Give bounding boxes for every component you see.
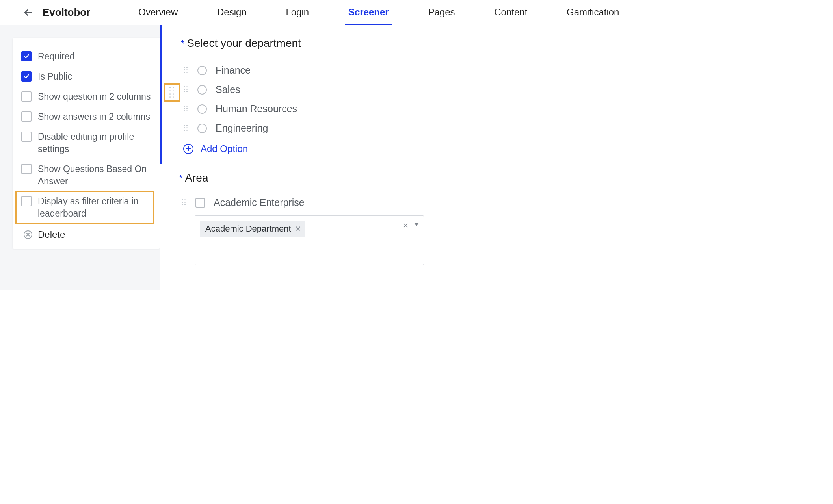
checkbox-is-public[interactable] <box>21 71 32 82</box>
tag-remove-icon[interactable]: ✕ <box>295 224 301 233</box>
tab-gamification[interactable]: Gamification <box>563 0 622 26</box>
required-star-icon: * <box>179 173 182 184</box>
drag-handle-icon[interactable] <box>184 86 189 93</box>
right-gutter <box>581 25 833 290</box>
question-title-row: * Area <box>179 172 571 184</box>
answer-label[interactable]: Sales <box>216 84 240 95</box>
answer-option[interactable]: Sales <box>181 80 571 99</box>
checkbox-leaderboard-filter[interactable] <box>21 196 32 206</box>
option-conditional-questions[interactable]: Show Questions Based On Answer <box>20 159 153 191</box>
radio-icon[interactable] <box>197 85 207 94</box>
option-is-public[interactable]: Is Public <box>20 67 153 87</box>
question-settings-panel: Required Is Public Show question in 2 co… <box>13 38 160 249</box>
tab-overview[interactable]: Overview <box>135 0 181 26</box>
top-nav: Evoltobor Overview Design Login Screener… <box>0 0 833 25</box>
drag-handle-icon[interactable] <box>182 199 187 206</box>
answer-label[interactable]: Finance <box>216 65 251 76</box>
tag-chip[interactable]: Academic Department ✕ <box>200 220 305 237</box>
checkbox-required[interactable] <box>21 51 32 61</box>
checkbox-two-col-answers[interactable] <box>21 111 32 122</box>
brand-title: Evoltobor <box>43 6 90 19</box>
checkbox-disable-editing[interactable] <box>21 132 32 142</box>
add-option-label: Add Option <box>201 143 248 154</box>
delete-label: Delete <box>38 229 65 240</box>
plus-circle-icon: + <box>183 144 193 154</box>
option-label: Required <box>38 50 74 63</box>
canvas: * Select your department Finance Sales H… <box>160 25 581 290</box>
answer-option[interactable]: Finance <box>181 61 571 80</box>
radio-icon[interactable] <box>197 104 207 114</box>
drag-handle-icon[interactable] <box>169 87 175 98</box>
add-option-button[interactable]: + Add Option <box>181 138 571 154</box>
back-arrow-icon[interactable] <box>23 7 34 18</box>
answer-label[interactable]: Human Resources <box>216 103 297 115</box>
option-two-col-answers[interactable]: Show answers in 2 columns <box>20 107 153 127</box>
option-label: Is Public <box>38 70 72 83</box>
tab-content[interactable]: Content <box>491 0 530 26</box>
area-tag-select[interactable]: Academic Department ✕ ✕ <box>195 215 424 265</box>
clear-all-icon[interactable]: ✕ <box>403 221 409 230</box>
question-drag-handle-highlight <box>164 83 180 102</box>
option-label: Disable editing in profile settings <box>38 131 151 155</box>
question-title-row: * Select your department <box>181 37 571 50</box>
drag-handle-icon[interactable] <box>184 106 189 113</box>
answer-option[interactable]: Human Resources <box>181 99 571 119</box>
answer-option[interactable]: Academic Enterprise <box>179 195 571 212</box>
option-label: Show Questions Based On Answer <box>38 163 151 187</box>
option-required[interactable]: Required <box>20 46 153 67</box>
checkbox-icon[interactable] <box>195 198 205 208</box>
drag-handle-icon[interactable] <box>184 67 189 74</box>
answer-option[interactable]: Engineering <box>181 119 571 138</box>
tab-design[interactable]: Design <box>214 0 250 26</box>
answer-label[interactable]: Engineering <box>216 122 268 134</box>
required-star-icon: * <box>181 38 184 49</box>
chevron-down-icon[interactable] <box>414 223 419 226</box>
answer-label[interactable]: Academic Enterprise <box>214 197 305 208</box>
question-area[interactable]: * Area Academic Enterprise Academic Depa… <box>160 164 571 274</box>
checkbox-conditional-questions[interactable] <box>21 164 32 174</box>
question-title[interactable]: Area <box>185 172 208 184</box>
question-title[interactable]: Select your department <box>187 37 301 50</box>
checkbox-two-col-question[interactable] <box>21 91 32 102</box>
radio-icon[interactable] <box>197 124 207 133</box>
tab-login[interactable]: Login <box>283 0 312 26</box>
sidebar-column: Required Is Public Show question in 2 co… <box>0 25 160 290</box>
option-two-col-question[interactable]: Show question in 2 columns <box>20 87 153 107</box>
delete-question-button[interactable]: Delete <box>20 224 153 244</box>
workspace: Required Is Public Show question in 2 co… <box>0 25 833 290</box>
delete-x-icon <box>23 230 33 240</box>
radio-icon[interactable] <box>197 66 207 75</box>
drag-handle-icon[interactable] <box>184 125 189 132</box>
option-label: Display as filter criteria in leaderboar… <box>38 195 151 220</box>
tab-bar: Overview Design Login Screener Pages Con… <box>119 0 639 26</box>
option-label: Show answers in 2 columns <box>38 111 150 123</box>
tag-label: Academic Department <box>205 224 291 234</box>
option-leaderboard-filter[interactable]: Display as filter criteria in leaderboar… <box>20 191 153 224</box>
option-disable-editing[interactable]: Disable editing in profile settings <box>20 127 153 159</box>
option-label: Show question in 2 columns <box>38 91 151 103</box>
select-controls: ✕ <box>403 221 419 230</box>
question-department[interactable]: * Select your department Finance Sales H… <box>160 25 571 164</box>
tab-screener[interactable]: Screener <box>345 0 392 26</box>
tab-pages[interactable]: Pages <box>425 0 458 26</box>
